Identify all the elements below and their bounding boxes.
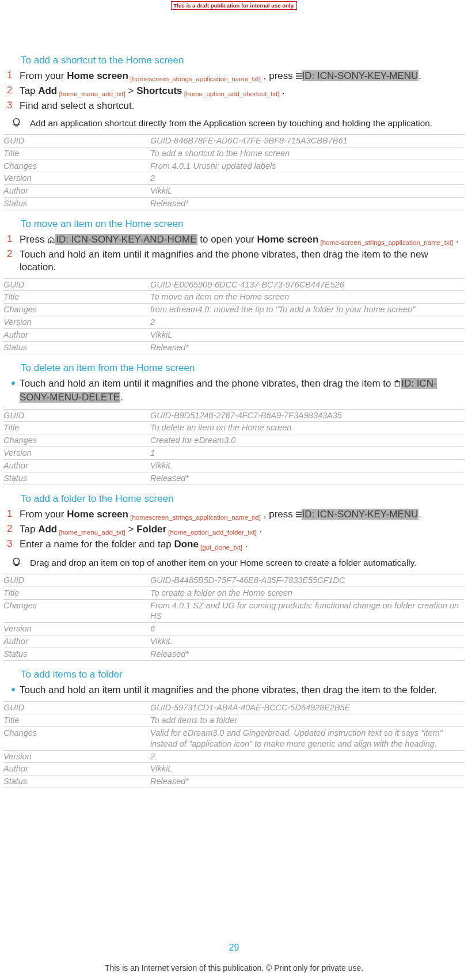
footer-disclaimer: This is an Internet version of this publ… <box>0 963 468 973</box>
page-number: 29 <box>0 943 468 953</box>
bullet-icon: • <box>3 684 20 695</box>
meta-key: Title <box>3 291 150 304</box>
meta-value: Released* <box>150 472 465 485</box>
meta-key: Status <box>3 472 150 485</box>
meta-key: GUID <box>3 409 150 422</box>
meta-key: Title <box>3 587 150 599</box>
meta-key: Author <box>3 763 150 775</box>
meta-value: GUID-E0065909-6DCC-4137-BC73-976CB447E52… <box>150 278 465 291</box>
meta-value: 2 <box>150 750 465 763</box>
meta-key: Status <box>3 198 150 210</box>
meta-key: Changes <box>3 727 150 750</box>
svg-rect-14 <box>15 565 18 566</box>
meta-key: Author <box>3 459 150 472</box>
meta-key: Version <box>3 750 150 763</box>
svg-rect-8 <box>397 380 398 381</box>
meta-value: 6 <box>150 623 465 635</box>
step-number: 1 <box>3 70 20 81</box>
meta-value: from edream4.0: moved the tip to "To add… <box>150 304 465 316</box>
svg-rect-1 <box>296 75 302 77</box>
svg-rect-0 <box>296 73 302 74</box>
step-number: 1 <box>3 508 20 520</box>
meta-key: GUID <box>3 278 150 291</box>
metadata-table: GUIDGUID-E0065909-6DCC-4137-BC73-976CB44… <box>3 278 465 354</box>
svg-rect-2 <box>296 78 302 79</box>
step-text: Enter a name for the folder and tap Done… <box>20 538 465 552</box>
metadata-table: GUIDGUID-B9D51246-2767-4FC7-B6A9-7F3A983… <box>3 409 465 485</box>
svg-rect-11 <box>296 516 302 517</box>
tip: Drag and drop an item on top of another … <box>10 557 465 569</box>
section-heading: To add a folder to the Home screen <box>21 493 465 505</box>
metadata-table: GUIDGUID-B4485B5D-75F7-46E8-A35F-7833E55… <box>3 574 465 661</box>
string-tag: [homescreen_strings_application_name_txt… <box>128 513 261 521</box>
step-text: From your Home screen [homescreen_string… <box>20 508 465 522</box>
step-text: Find and select a shortcut. <box>20 100 465 112</box>
step-number: 2 <box>3 523 20 535</box>
meta-key: GUID <box>3 702 150 714</box>
step-text: Tap Add [home_menu_add_txt] > Shortcuts … <box>20 85 465 99</box>
meta-key: Changes <box>3 304 150 316</box>
bullet-item: • Touch and hold an item until it magnif… <box>3 377 465 404</box>
meta-value: Valid for eDream3.0 and Gingerbread. Upd… <box>150 727 465 750</box>
tip-icon <box>10 118 30 127</box>
meta-value: 1 <box>150 447 465 460</box>
meta-value: GUID-846B78FE-AD6C-47FE-9BF8-715A3CBB7B6… <box>150 134 465 147</box>
step-number: 2 <box>3 248 20 260</box>
meta-key: Author <box>3 635 150 648</box>
meta-key: Version <box>3 623 150 635</box>
svg-rect-7 <box>395 381 400 382</box>
step-text: Touch and hold an item until it magnifie… <box>20 248 465 274</box>
step-number: 3 <box>3 100 20 111</box>
metadata-table: GUIDGUID-59731CD1-AB4A-40AE-BCCC-5D64928… <box>3 701 465 788</box>
section-heading: To move an item on the Home screen <box>21 218 465 230</box>
meta-value: From 4.0.1 SZ and UG for coming products… <box>150 599 465 623</box>
meta-value: Released* <box>150 648 465 660</box>
meta-value: From 4.0.1 Urushi: updated labels <box>150 160 465 172</box>
menu-icon <box>296 509 302 522</box>
step-text: Press ID: ICN-SONY-KEY-AND-HOME to open … <box>20 233 465 247</box>
draft-banner: This is a draft publication for internal… <box>171 1 296 10</box>
resource-id: ID: ICN-SONY-KEY-MENU <box>302 70 419 81</box>
tip: Add an application shortcut directly fro… <box>10 118 465 130</box>
meta-value: Released* <box>150 341 465 354</box>
meta-key: Title <box>3 422 150 434</box>
meta-value: Released* <box>150 198 465 210</box>
section-heading: To delete an item from the Home screen <box>21 362 465 374</box>
meta-value: 2 <box>150 316 465 329</box>
meta-key: GUID <box>3 134 150 147</box>
step-number: 3 <box>3 538 20 550</box>
meta-key: Changes <box>3 160 150 172</box>
meta-value: To add items to a folder <box>150 714 465 727</box>
bullet-text: Touch and hold an item until it magnifie… <box>20 377 465 404</box>
meta-value: Released* <box>150 775 465 788</box>
tip-text: Add an application shortcut directly fro… <box>30 118 465 130</box>
meta-key: Changes <box>3 434 150 447</box>
meta-value: GUID-59731CD1-AB4A-40AE-BCCC-5D64928E2B5… <box>150 702 465 714</box>
bullet-text: Touch and hold an item until it magnifie… <box>20 684 465 697</box>
meta-value: VikkiL <box>150 763 465 775</box>
meta-key: Title <box>3 714 150 727</box>
section-heading: To add items to a folder <box>21 669 465 680</box>
svg-rect-5 <box>15 126 18 127</box>
svg-rect-9 <box>296 512 302 513</box>
meta-value: Created for eDream3.0 <box>150 434 465 447</box>
meta-value: To move an item on the Home screen <box>150 291 465 304</box>
meta-value: GUID-B9D51246-2767-4FC7-B6A9-7F3A98343A3… <box>150 409 465 422</box>
meta-value: To add a shortcut to the Home screen <box>150 147 465 160</box>
meta-key: Version <box>3 172 150 185</box>
home-icon <box>47 234 55 247</box>
meta-value: VikkiL <box>150 185 465 198</box>
meta-key: GUID <box>3 574 150 587</box>
string-tag: [homescreen_strings_application_name_txt… <box>128 75 261 82</box>
bullet-icon: • <box>3 377 20 389</box>
meta-key: Author <box>3 185 150 198</box>
svg-rect-10 <box>296 514 302 515</box>
svg-rect-6 <box>395 382 399 387</box>
meta-value: GUID-B4485B5D-75F7-46E8-A35F-7833E55CF1D… <box>150 574 465 587</box>
string-tag: [home_menu_add_txt] <box>57 528 125 536</box>
step-text: Tap Add [home_menu_add_txt] > Folder [ho… <box>20 523 465 537</box>
meta-key: Changes <box>3 599 150 623</box>
string-tag: [gui_done_txt] <box>199 543 242 551</box>
meta-key: Version <box>3 316 150 329</box>
page-footer: 29 This is an Internet version of this p… <box>0 943 468 973</box>
